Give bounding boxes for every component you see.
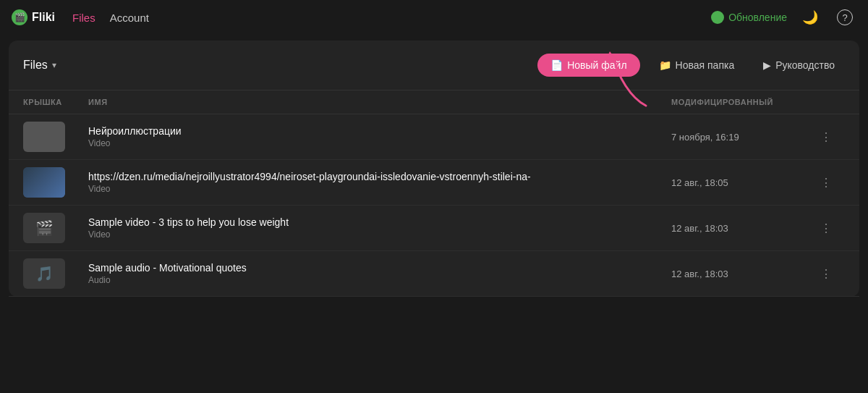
col-modified-header: МОДИФИЦИРОВАННЫЙ	[671, 98, 816, 106]
table-row[interactable]: Нейроиллюстрации Video 7 ноября, 16:19 ⋮	[9, 114, 859, 160]
table-row[interactable]: 🎬 Sample video - 3 tips to help you lose…	[9, 206, 859, 251]
file-thumbnail: 🎵	[23, 258, 65, 289]
more-options-button[interactable]: ⋮	[816, 172, 836, 193]
logo[interactable]: 🎬 Fliki	[12, 9, 55, 25]
update-button[interactable]: ✓ Обновление	[711, 11, 787, 24]
main-container: Files ▾ 📄 Новый файл 📁 Новая папка ▶	[9, 41, 859, 297]
new-folder-label: Новая папка	[676, 59, 735, 71]
files-table: Нейроиллюстрации Video 7 ноября, 16:19 ⋮…	[9, 114, 859, 297]
file-type: Video	[88, 229, 671, 240]
file-name: Sample audio - Motivational quotes	[88, 262, 671, 274]
files-dropdown-label: Files	[23, 59, 48, 72]
help-icon: ?	[837, 9, 853, 25]
chevron-down-icon: ▾	[52, 60, 56, 70]
file-info: Sample audio - Motivational quotes Audio	[88, 262, 671, 285]
file-thumbnail: 🎬	[23, 213, 65, 243]
nav-account[interactable]: Account	[110, 12, 149, 24]
file-modified: 12 авг., 18:03	[671, 269, 816, 279]
guide-button[interactable]: ▶ Руководство	[753, 54, 845, 77]
more-options-button[interactable]: ⋮	[816, 127, 836, 147]
more-options-button[interactable]: ⋮	[816, 263, 836, 284]
guide-icon: ▶	[763, 59, 771, 71]
nav-files[interactable]: Files	[72, 12, 95, 24]
files-dropdown[interactable]: Files ▾	[23, 59, 56, 72]
col-actions-header	[816, 98, 845, 106]
folder-plus-icon: 📁	[659, 59, 671, 71]
col-thumb-header: КРЫШКА	[23, 98, 88, 106]
file-type: Video	[88, 184, 671, 194]
moon-icon: 🌙	[802, 9, 818, 25]
file-thumbnail	[23, 167, 65, 198]
file-type: Video	[88, 138, 671, 148]
file-thumbnail	[23, 122, 65, 152]
update-label: Обновление	[728, 12, 787, 23]
file-modified: 12 авг., 18:03	[671, 223, 816, 234]
guide-label: Руководство	[775, 59, 835, 71]
file-info: Sample video - 3 tips to help you lose w…	[88, 216, 671, 240]
dark-mode-button[interactable]: 🌙	[799, 6, 822, 29]
col-name-header: ИМЯ	[88, 98, 671, 106]
file-name: Нейроиллюстрации	[88, 125, 671, 137]
file-plus-icon: 📄	[550, 59, 563, 71]
new-file-button[interactable]: 📄 Новый файл	[537, 54, 639, 77]
topnav-right: ✓ Обновление 🌙 ?	[711, 6, 856, 29]
table-row[interactable]: https://dzen.ru/media/nejroillyustrator4…	[9, 160, 859, 206]
new-folder-button[interactable]: 📁 Новая папка	[649, 54, 745, 77]
more-options-button[interactable]: ⋮	[816, 218, 836, 238]
new-file-label: Новый файл	[567, 59, 626, 71]
file-info: https://dzen.ru/media/nejroillyustrator4…	[88, 171, 671, 194]
update-dot-icon: ✓	[711, 11, 724, 24]
file-name: Sample video - 3 tips to help you lose w…	[88, 216, 671, 228]
file-name: https://dzen.ru/media/nejroillyustrator4…	[88, 171, 671, 182]
video-thumb-icon: 🎬	[35, 219, 54, 237]
file-info: Нейроиллюстрации Video	[88, 125, 671, 148]
file-type: Audio	[88, 275, 671, 285]
toolbar-right: 📄 Новый файл 📁 Новая папка ▶ Руководство	[537, 54, 845, 77]
logo-text: Fliki	[32, 11, 55, 24]
table-row[interactable]: 🎵 Sample audio - Motivational quotes Aud…	[9, 251, 859, 297]
logo-icon: 🎬	[12, 9, 27, 25]
files-toolbar: Files ▾ 📄 Новый файл 📁 Новая папка ▶	[9, 41, 859, 90]
file-modified: 7 ноября, 16:19	[671, 132, 816, 143]
help-button[interactable]: ?	[833, 6, 856, 29]
table-header: КРЫШКА ИМЯ МОДИФИЦИРОВАННЫЙ	[9, 90, 859, 114]
audio-thumb-icon: 🎵	[35, 265, 54, 282]
file-modified: 12 авг., 18:05	[671, 177, 816, 188]
topnav: 🎬 Fliki Files Account ✓ Обновление 🌙 ?	[0, 0, 868, 35]
